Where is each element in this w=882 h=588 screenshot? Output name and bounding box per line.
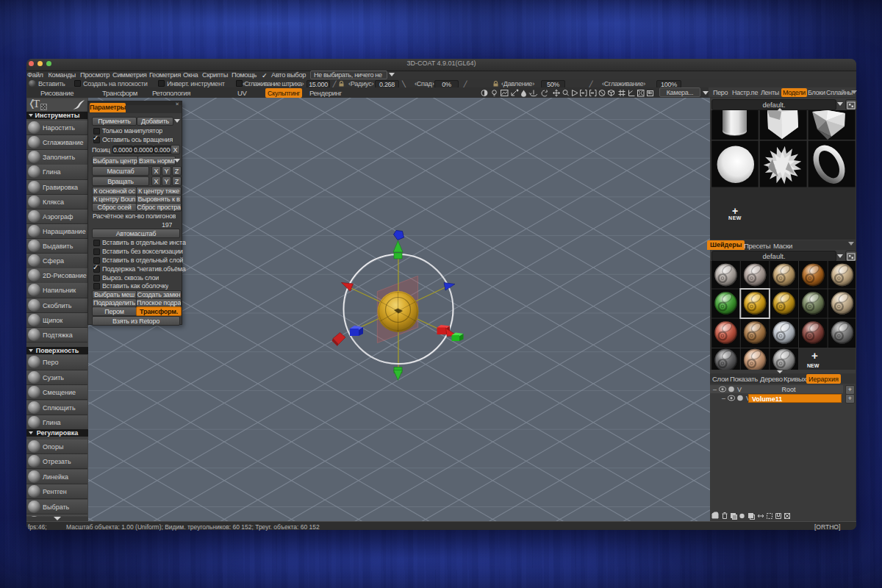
svg-text:+: + xyxy=(811,349,818,362)
svg-text:NEW: NEW xyxy=(807,363,820,368)
svg-text:V: V xyxy=(737,386,742,392)
